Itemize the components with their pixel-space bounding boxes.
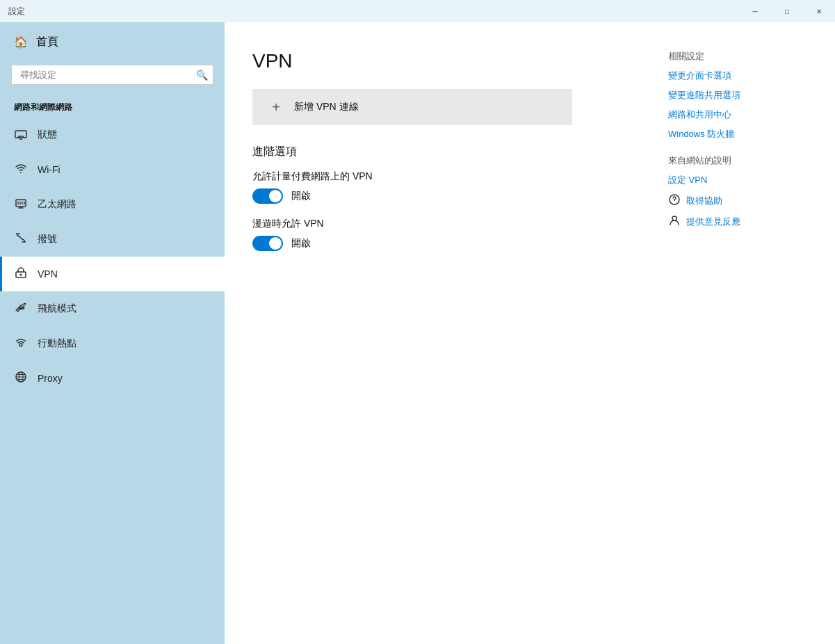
option2-label: 漫遊時允許 VPN xyxy=(252,218,640,230)
sidebar-item-home[interactable]: 🏠 首頁 xyxy=(0,22,225,62)
maximize-button[interactable]: □ xyxy=(771,0,803,22)
dialup-icon xyxy=(14,232,28,247)
add-vpn-label: 新增 VPN 連線 xyxy=(294,101,359,113)
related-link-adapter[interactable]: 變更介面卡選項 xyxy=(668,70,807,82)
wifi-icon xyxy=(14,162,28,177)
hotspot-icon xyxy=(14,336,28,351)
titlebar: 設定 ─ □ ✕ xyxy=(0,0,835,22)
toggle-metered-vpn[interactable] xyxy=(252,188,283,204)
svg-point-1 xyxy=(20,172,22,173)
sidebar-item-proxy[interactable]: Proxy xyxy=(0,361,225,396)
sidebar-item-airplane[interactable]: 飛航模式 xyxy=(0,291,225,326)
sidebar-item-label-proxy: Proxy xyxy=(38,373,63,384)
help-row-1[interactable]: 取得協助 xyxy=(668,193,807,209)
sidebar-item-label-status: 狀態 xyxy=(38,129,57,141)
related-link-advanced-sharing[interactable]: 變更進階共用選項 xyxy=(668,89,807,102)
sidebar-section-label: 網路和網際網路 xyxy=(0,96,225,118)
close-button[interactable]: ✕ xyxy=(803,0,835,22)
sidebar-item-dialup[interactable]: 撥號 xyxy=(0,222,225,257)
home-icon: 🏠 xyxy=(14,35,28,49)
svg-point-9 xyxy=(672,216,676,220)
minimize-button[interactable]: ─ xyxy=(739,0,771,22)
search-box: 🔍 xyxy=(11,65,213,85)
content-area: VPN + 新增 VPN 連線 進階選項 允許計量付費網路上的 VPN 開啟 漫… xyxy=(225,22,835,644)
related-section-title: 相關設定 xyxy=(668,50,807,63)
page-title: VPN xyxy=(252,50,640,72)
feedback-icon xyxy=(668,214,681,230)
toggle-row-2: 開啟 xyxy=(252,236,640,251)
sidebar-item-label-hotspot: 行動熱點 xyxy=(38,337,76,350)
window-controls: ─ □ ✕ xyxy=(739,0,835,22)
svg-point-5 xyxy=(19,344,22,346)
advanced-section-title: 進階選項 xyxy=(252,145,640,159)
help-link-feedback[interactable]: 提供意見反應 xyxy=(686,216,740,228)
option-roaming-vpn: 漫遊時允許 VPN 開啟 xyxy=(252,218,640,251)
toggle-row-1: 開啟 xyxy=(252,188,640,204)
related-panel: 相關設定 變更介面卡選項 變更進階共用選項 網路和共用中心 Windows 防火… xyxy=(668,50,807,616)
vpn-icon xyxy=(14,266,28,282)
toggle2-label: 開啟 xyxy=(291,237,311,250)
toggle-roaming-vpn[interactable] xyxy=(252,236,283,251)
proxy-icon xyxy=(14,371,28,386)
content-main: VPN + 新增 VPN 連線 進階選項 允許計量付費網路上的 VPN 開啟 漫… xyxy=(252,50,640,616)
app-title: 設定 xyxy=(8,6,25,17)
sidebar: 🏠 首頁 🔍 網路和網際網路 狀態 Wi-Fi 乙太網路 xyxy=(0,22,225,644)
add-vpn-button[interactable]: + 新增 VPN 連線 xyxy=(252,89,572,125)
sidebar-item-ethernet[interactable]: 乙太網路 xyxy=(0,187,225,222)
search-icon: 🔍 xyxy=(196,70,208,81)
add-icon: + xyxy=(266,97,286,117)
sidebar-item-label-vpn: VPN xyxy=(38,268,58,280)
help-link-get-help[interactable]: 取得協助 xyxy=(686,195,722,207)
sidebar-item-label-airplane: 飛航模式 xyxy=(38,303,76,315)
main-layout: 🏠 首頁 🔍 網路和網際網路 狀態 Wi-Fi 乙太網路 xyxy=(0,22,835,644)
home-label: 首頁 xyxy=(36,35,58,49)
search-input[interactable] xyxy=(11,65,213,85)
related-link-firewall[interactable]: Windows 防火牆 xyxy=(668,128,807,140)
option-metered-vpn: 允許計量付費網路上的 VPN 開啟 xyxy=(252,170,640,204)
option1-label: 允許計量付費網路上的 VPN xyxy=(252,170,640,183)
sidebar-item-label-ethernet: 乙太網路 xyxy=(38,198,76,211)
from-web-title: 來自網站的說明 xyxy=(668,154,807,167)
ethernet-icon xyxy=(14,197,28,212)
sidebar-item-label-wifi: Wi-Fi xyxy=(38,164,60,175)
sidebar-item-status[interactable]: 狀態 xyxy=(0,118,225,152)
status-icon xyxy=(14,127,28,143)
sidebar-item-hotspot[interactable]: 行動熱點 xyxy=(0,326,225,361)
svg-point-4 xyxy=(20,274,22,276)
sidebar-item-wifi[interactable]: Wi-Fi xyxy=(0,152,225,187)
related-link-setup-vpn[interactable]: 設定 VPN xyxy=(668,174,807,186)
help-row-2[interactable]: 提供意見反應 xyxy=(668,214,807,230)
sidebar-item-vpn[interactable]: VPN xyxy=(0,257,225,291)
related-link-network-center[interactable]: 網路和共用中心 xyxy=(668,108,807,121)
airplane-icon xyxy=(14,301,28,316)
sidebar-item-label-dialup: 撥號 xyxy=(38,233,57,245)
toggle1-label: 開啟 xyxy=(291,190,311,202)
help-bubble-icon xyxy=(668,193,681,209)
